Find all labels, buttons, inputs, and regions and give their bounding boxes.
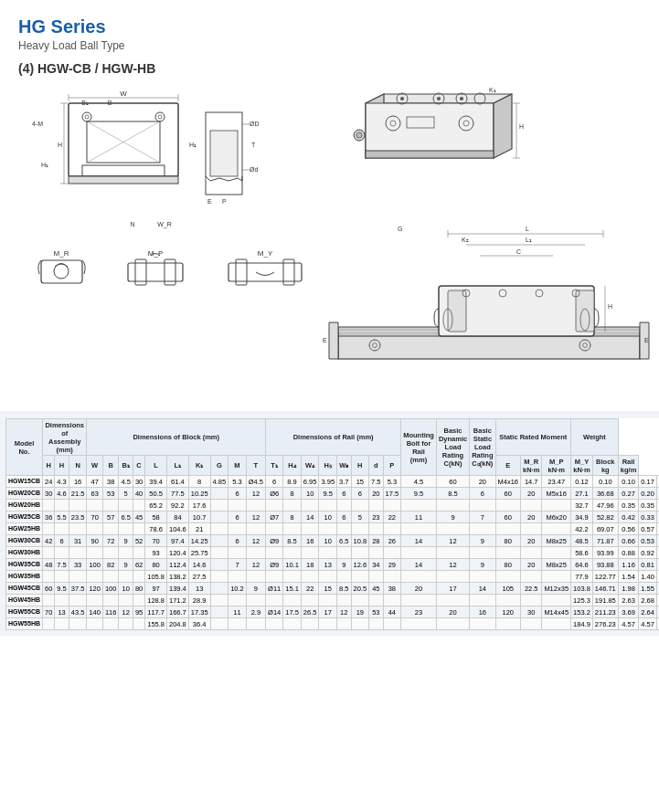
table-cell: 9 [119,559,133,571]
table-cell [301,500,319,511]
table-cell: 10.25 [188,488,210,500]
table-cell: 82 [102,559,119,571]
table-cell: 0.81 [639,559,657,571]
table-cell: 12 [436,535,469,547]
model-name: HGW45HB [6,595,43,606]
table-cell: 12 [246,488,265,500]
table-cell [210,606,229,618]
subh-G: G [210,456,229,476]
model-name: HGW20HB [6,500,43,511]
table-cell [55,547,69,559]
table-cell [266,618,283,630]
table-cell: 166.7 [167,606,189,618]
table-cell [470,595,495,606]
left-diagrams: W B B₁ 4-M [14,85,311,299]
table-cell [102,595,119,606]
col-static-moment: Static Rated Moment [495,419,571,456]
table-cell [470,523,495,535]
svg-text:L₁: L₁ [526,237,532,243]
table-cell: 120.4 [167,547,189,559]
table-cell [521,595,542,606]
table-cell [337,618,351,630]
table-cell [69,500,87,511]
table-cell: 14.6 [188,559,210,571]
table-cell: 38 [383,583,401,595]
subh-MP: M_P kN·m [542,456,571,476]
table-cell: 3.95 [319,476,337,488]
table-cell: 11 [229,606,247,618]
table-cell [337,500,351,511]
table-row: HGW45CB609.537.5120100108097139.41310.29… [6,583,660,595]
svg-point-48 [400,97,404,100]
table-cell [283,618,302,630]
table-cell [102,523,119,535]
table-cell: 10 [319,535,337,547]
table-cell [87,547,103,559]
table-cell: 0.10 [592,476,618,488]
table-cell: 5 [119,488,133,500]
table-row: HGW55HB155.8204.836.4184.9276.234.574.57… [6,618,660,630]
model-name: HGW30HB [6,547,43,559]
subh-T: T [246,456,265,476]
table-cell [436,500,469,511]
table-cell [210,500,229,511]
table-cell: 5 [351,511,369,523]
table-row: HGW35CB487.5331008296280112.414.6712Ø910… [6,559,660,571]
table-row: HGW20CB304.621.5635354050.577.510.25612Ø… [6,488,660,500]
table-cell: 20 [436,606,469,618]
table-cell: 100 [87,559,103,571]
table-cell: 22 [301,583,319,595]
svg-point-36 [54,264,69,279]
table-cell: 93.88 [592,559,618,571]
table-cell: 64.6 [571,559,593,571]
table-cell: 10 [301,488,319,500]
svg-text:ØD: ØD [250,121,260,127]
table-cell: 47 [87,476,103,488]
table-cell: 60 [436,476,469,488]
table-cell: 27.1 [571,488,593,500]
table-cell: 60 [495,488,521,500]
svg-point-11 [158,115,162,119]
table-cell: 6 [55,535,69,547]
table-cell [133,547,144,559]
table-cell: Ø4.5 [246,476,265,488]
table-cell: 36.68 [592,488,618,500]
table-cell: 14 [470,583,495,595]
svg-point-9 [85,115,89,119]
table-cell: 125.3 [571,595,593,606]
table-cell [401,547,437,559]
svg-text:N: N [130,221,134,227]
table-cell: 128.8 [145,595,167,606]
table-cell [436,595,469,606]
table-cell: 92.2 [167,500,189,511]
svg-text:H: H [608,303,612,310]
table-cell: 15.1 [283,583,302,595]
table-cell: 0.42 [618,511,639,523]
table-cell: 0.20 [639,488,657,500]
table-cell: 14 [401,559,437,571]
table-cell: 10.2 [229,583,247,595]
table-cell: 3.7 [337,476,351,488]
table-cell: 112.4 [167,559,189,571]
table-cell: 65.2 [145,500,167,511]
header-row-2: H H N W B B₁ C L L₁ K₁ G M T T₁ H₄ W₄ H₅ [6,456,660,476]
specifications-table: Model No. Dimensions of Assembly (mm) Di… [5,418,659,630]
svg-text:E: E [207,198,212,205]
subh-E: E [495,456,521,476]
table-cell [87,571,103,583]
table-cell: 53 [369,606,383,618]
svg-point-8 [82,112,91,121]
table-cell: 20 [521,559,542,571]
table-cell: 39.4 [145,476,167,488]
table-cell [55,500,69,511]
col-block-dims: Dimensions of Block (mm) [87,419,266,456]
subh-P: P [383,456,401,476]
table-cell [521,523,542,535]
table-cell [266,571,283,583]
table-cell [246,547,265,559]
table-cell: 18 [301,559,319,571]
table-cell: 23 [401,606,437,618]
table-cell [43,500,55,511]
svg-text:H: H [58,142,62,148]
table-cell [69,618,87,630]
